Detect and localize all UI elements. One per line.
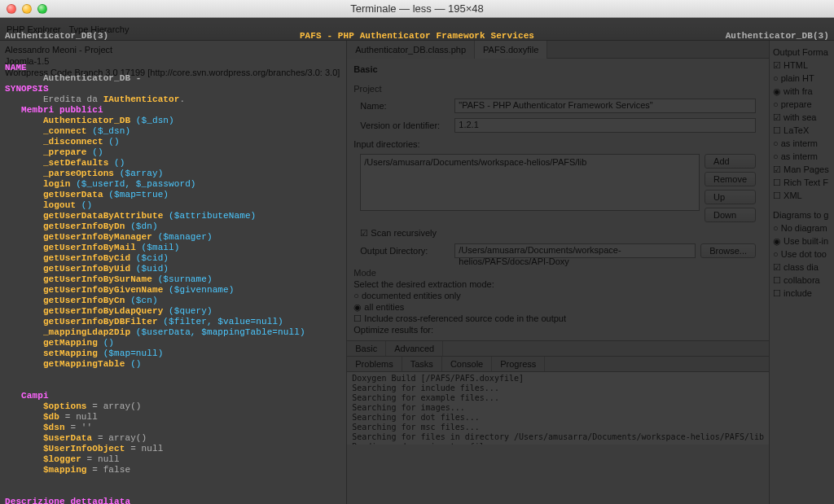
man-header-right: Authenticator_DB(3) bbox=[726, 31, 829, 42]
terminal-content[interactable]: Authenticator_DB(3)PAFS - PHP Authentica… bbox=[0, 18, 834, 504]
inherits-label: Eredita da bbox=[43, 94, 103, 104]
man-header-left: Authenticator_DB(3) bbox=[5, 31, 108, 42]
name-body: Authenticator_DB - bbox=[43, 73, 142, 83]
section-descrizione: Descrizione dettagliata bbox=[5, 497, 130, 504]
section-name: NAME bbox=[5, 63, 27, 72]
section-synopsis: SYNOPSIS bbox=[5, 84, 49, 94]
section-campi: Campi bbox=[21, 391, 49, 401]
section-membri-pubblici: Membri pubblici bbox=[21, 105, 103, 115]
man-header-center: PAFS - PHP Authenticator Framework Servi… bbox=[300, 31, 534, 42]
inherits-class: IAuthenticator bbox=[103, 94, 180, 104]
window-title: Terminale — less — 195×48 bbox=[0, 0, 834, 18]
mac-titlebar: Terminale — less — 195×48 bbox=[0, 0, 834, 18]
